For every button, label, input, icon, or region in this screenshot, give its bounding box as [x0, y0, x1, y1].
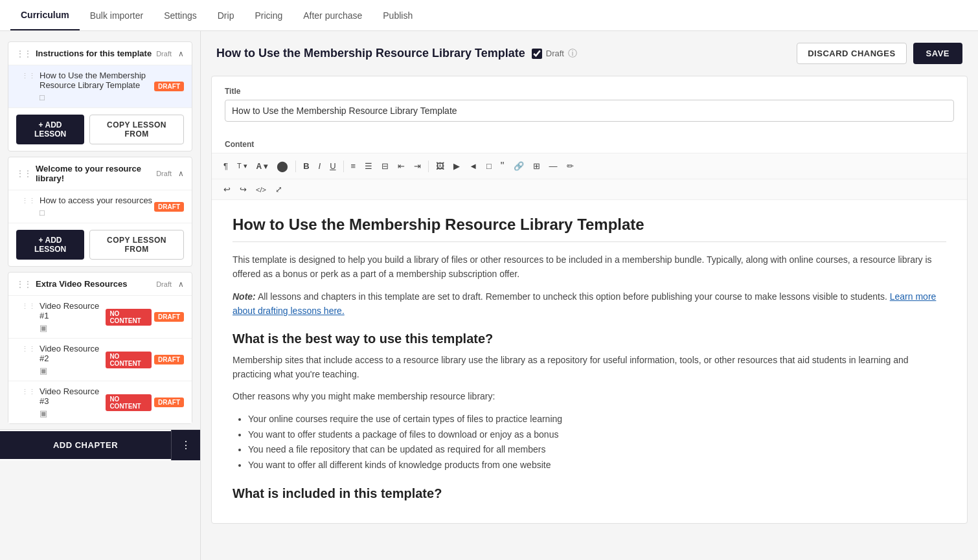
toolbar-indent-left[interactable]: ⇤ [394, 159, 409, 174]
toolbar-underline[interactable]: U [326, 159, 339, 174]
draft-badge: Draft [154, 82, 184, 91]
add-chapter-button[interactable]: ADD CHAPTER [0, 431, 171, 459]
add-lesson-button-1[interactable]: + ADD LESSON [16, 115, 84, 144]
toolbar-code[interactable]: </> [252, 183, 270, 196]
add-lesson-button-2[interactable]: + ADD LESSON [16, 230, 84, 260]
content-heading-1: How to Use the Membership Resource Libra… [233, 216, 946, 234]
content-para-1: This template is designed to help you bu… [233, 252, 946, 282]
lesson-item-4[interactable]: ⋮⋮ Video Resource #2 ▣ No Content Draft [8, 338, 192, 381]
tab-after-purchase[interactable]: After purchase [293, 1, 372, 30]
save-button[interactable]: SAVE [913, 43, 962, 64]
editor-panel: Title Content ¶ T ▾ A ▾ ⬤ B I U ≡ ☰ ⊟ ⇤ … [211, 76, 968, 524]
toolbar-video[interactable]: ▶ [449, 159, 464, 174]
no-content-badge-3: No Content [106, 309, 152, 326]
add-chapter-bar: ADD CHAPTER ⋮ [0, 429, 200, 460]
bullet-1: Your online courses require the use of c… [248, 412, 946, 427]
page-icon: □ [40, 93, 154, 102]
toolbar-unordered-list[interactable]: ☰ [361, 159, 376, 174]
tab-bulk-importer[interactable]: Bulk importer [80, 1, 154, 30]
add-chapter-more-button[interactable]: ⋮ [171, 430, 200, 460]
note-text: All lessons and chapters in this templat… [256, 291, 890, 302]
toolbar-table[interactable]: ⊞ [529, 159, 544, 174]
content-bullets-1: Your online courses require the use of c… [233, 412, 946, 473]
lesson-4-title: Video Resource #2 [40, 344, 106, 363]
page-icon-2: □ [40, 208, 152, 218]
lesson-drag-icon-5: ⋮⋮ [21, 388, 36, 396]
tab-curriculum[interactable]: Curriculum [10, 1, 80, 30]
info-icon: ⓘ [568, 48, 577, 60]
lesson-item-1[interactable]: ⋮⋮ How to Use the Membership Resource Li… [8, 65, 192, 107]
toolbar-audio[interactable]: ◄ [465, 159, 481, 174]
title-field-group: Title [212, 76, 967, 132]
video-icon-4: ▣ [40, 366, 106, 375]
editor-content-body[interactable]: How to Use the Membership Resource Libra… [212, 200, 967, 523]
chevron-up-icon-2: ∧ [178, 169, 184, 178]
tab-publish[interactable]: Publish [372, 1, 423, 30]
toolbar-quote[interactable]: " [497, 158, 508, 175]
content-field-label: Content [212, 132, 967, 153]
discard-changes-button[interactable]: DISCARD CHANGES [797, 43, 906, 64]
editor-toolbar-row2: ↩ ↪ </> ⤢ [212, 179, 967, 200]
tab-settings[interactable]: Settings [154, 1, 207, 30]
chapter-2-status: Draft [156, 170, 172, 177]
content-header: How to Use the Membership Resource Libra… [201, 31, 978, 76]
draft-toggle-area: Draft ⓘ [532, 48, 577, 60]
draft-checkbox[interactable] [532, 49, 542, 59]
chapter-1-header[interactable]: ⋮⋮ Instructions for this template Draft … [8, 42, 192, 65]
chapter-2-header[interactable]: ⋮⋮ Welcome to your resource library! Dra… [8, 157, 192, 190]
bullet-3: You need a file repository that can be u… [248, 442, 946, 458]
content-heading-2: What is the best way to use this templat… [233, 331, 946, 346]
content-divider [233, 241, 946, 242]
tab-pricing[interactable]: Pricing [244, 1, 293, 30]
lesson-item-2[interactable]: ⋮⋮ How to access your resources □ Draft [8, 190, 192, 223]
toolbar-link[interactable]: 🔗 [510, 159, 528, 174]
toolbar-color[interactable]: ⬤ [273, 157, 292, 175]
draft-label: Draft [546, 49, 564, 58]
chapter-1-title: Instructions for this template [36, 49, 152, 58]
chapter-3-header[interactable]: ⋮⋮ Extra Video Resources Draft ∧ [8, 273, 192, 295]
toolbar-ordered-list[interactable]: ≡ [347, 159, 360, 174]
lesson-1-title: How to Use the Membership Resource Libra… [40, 71, 154, 90]
drag-icon: ⋮⋮ [16, 49, 32, 58]
bullet-4: You want to offer all different kinds of… [248, 458, 946, 473]
toolbar-redo[interactable]: ↪ [236, 182, 251, 197]
content-para-3: Other reasons why you might make members… [233, 389, 946, 403]
lesson-drag-icon-2: ⋮⋮ [21, 197, 36, 205]
toolbar-bold[interactable]: B [299, 159, 313, 174]
toolbar-fullscreen[interactable]: ⤢ [271, 182, 286, 197]
toolbar-edit[interactable]: ✏ [563, 159, 578, 174]
toolbar-undo[interactable]: ↩ [220, 182, 234, 197]
chapter-3-title: Extra Video Resources [36, 279, 127, 289]
drag-icon-2: ⋮⋮ [16, 169, 32, 178]
tab-drip[interactable]: Drip [207, 1, 245, 30]
chapter-1: ⋮⋮ Instructions for this template Draft … [8, 41, 192, 151]
toolbar-image[interactable]: 🖼 [432, 159, 448, 174]
main-layout: ⋮⋮ Instructions for this template Draft … [0, 31, 978, 560]
toolbar-paragraph[interactable]: ¶ [220, 159, 232, 174]
title-input[interactable] [225, 100, 954, 122]
toolbar-align-left[interactable]: ⊟ [378, 159, 392, 174]
content-heading-3: What is included in this template? [233, 486, 946, 501]
lesson-5-title: Video Resource #3 [40, 386, 106, 406]
lesson-item-5[interactable]: ⋮⋮ Video Resource #3 ▣ No Content Draft [8, 381, 192, 423]
lesson-drag-icon: ⋮⋮ [21, 72, 36, 80]
lesson-item-3[interactable]: ⋮⋮ Video Resource #1 ▣ No Content Draft [8, 295, 192, 338]
toolbar-file[interactable]: □ [483, 159, 495, 174]
content-area: How to Use the Membership Resource Libra… [201, 31, 978, 560]
lesson-drag-icon-4: ⋮⋮ [21, 345, 36, 353]
bullet-2: You want to offer students a package of … [248, 427, 946, 443]
chapter-3: ⋮⋮ Extra Video Resources Draft ∧ ⋮⋮ Vide… [8, 272, 192, 424]
lesson-drag-icon-3: ⋮⋮ [21, 302, 36, 311]
toolbar-divider-insert[interactable]: — [545, 159, 562, 174]
toolbar-italic[interactable]: I [315, 159, 325, 174]
toolbar-text-style[interactable]: T ▾ [233, 159, 251, 173]
toolbar-font[interactable]: A ▾ [253, 159, 272, 174]
copy-lesson-button-2[interactable]: COPY LESSON FROM [89, 230, 184, 260]
top-nav: Curriculum Bulk importer Settings Drip P… [0, 0, 978, 31]
note-strong: Note: [233, 291, 256, 302]
video-icon-3: ▣ [40, 323, 106, 333]
chapter-1-status: Draft [156, 50, 172, 58]
copy-lesson-button-1[interactable]: COPY LESSON FROM [89, 115, 184, 144]
draft-badge-3: Draft [154, 312, 184, 322]
toolbar-indent-right[interactable]: ⇥ [410, 159, 425, 174]
